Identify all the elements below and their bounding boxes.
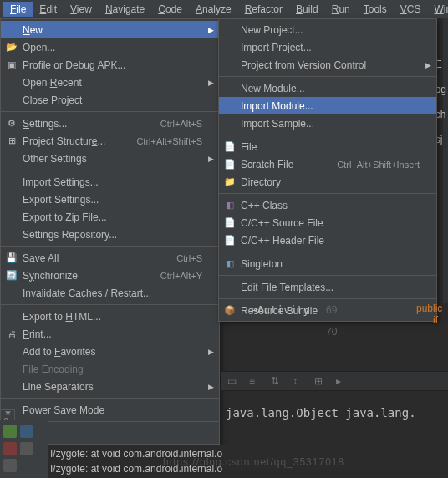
menu-item-label: File Encoding	[23, 364, 202, 375]
menubar-item-build[interactable]: Build	[289, 2, 325, 17]
menubar-item-refactor[interactable]: Refactor	[238, 2, 289, 17]
menu-item-label: Print...	[23, 328, 202, 340]
file-menu-item-power-save-mode[interactable]: Power Save Mode	[1, 401, 219, 419]
menu-item-label: Line Separators	[23, 381, 202, 393]
new-submenu-item-c-c-header-file[interactable]: 📄C/C++ Header File	[219, 231, 436, 249]
menu-item-icon: 📄	[222, 140, 237, 154]
editor-code[interactable]: public if	[416, 303, 442, 326]
menu-item-label: Power Save Mode	[23, 404, 202, 416]
menu-item-icon	[4, 193, 19, 206]
menubar-item-view[interactable]: View	[64, 2, 99, 17]
file-menu-item-synchronize[interactable]: 🔄SynchronizeCtrl+Alt+Y	[1, 267, 219, 284]
menu-item-label: Project Structure...	[23, 135, 136, 147]
menu-item-icon	[222, 41, 237, 54]
menu-item-label: Synchronize	[23, 270, 160, 282]
file-menu-item-settings-repository[interactable]: Settings Repository...	[1, 226, 219, 243]
toolbar-icon[interactable]: ▭	[227, 375, 239, 387]
menu-item-label: Import Settings...	[23, 176, 202, 188]
new-submenu-item-project-from-version-control[interactable]: Project from Version Control▶	[219, 56, 436, 74]
menubar-item-code[interactable]: Code	[151, 2, 189, 17]
file-menu-item-import-settings[interactable]: Import Settings...	[1, 173, 219, 191]
menu-separator	[219, 135, 436, 135]
new-submenu-item-import-module[interactable]: Import Module...	[219, 97, 436, 114]
console-overflow-line: java.lang.Object java.lang.	[226, 406, 448, 420]
toolbar-icon[interactable]: ⊞	[314, 375, 326, 387]
menu-item-icon	[4, 363, 19, 376]
tool-icon[interactable]	[3, 459, 17, 472]
menubar-item-file[interactable]: File	[3, 2, 33, 17]
toolbar-icon[interactable]: ⇅	[271, 375, 283, 387]
menubar-item-window[interactable]: Window	[427, 2, 448, 17]
watermark-text: https://blog.csdn.net/qq_35317018	[163, 456, 344, 468]
toolbar-icon[interactable]: ↕	[293, 375, 304, 387]
line-number: 69	[326, 299, 337, 321]
menu-separator	[219, 275, 436, 276]
file-menu-item-open-recent[interactable]: Open Recent▶	[1, 74, 219, 91]
new-submenu: New Project...Import Project...Project f…	[218, 18, 437, 322]
menu-item-icon	[4, 94, 19, 107]
editor-gutter: 69 70	[326, 299, 337, 343]
file-menu-item-export-to-zip-file[interactable]: Export to Zip File...	[1, 208, 219, 226]
new-submenu-item-singleton[interactable]: ◧Singleton	[219, 255, 436, 272]
new-submenu-item-new-module[interactable]: New Module...	[219, 79, 436, 97]
file-menu-item-open[interactable]: 📂Open...	[1, 38, 219, 56]
menu-separator	[1, 170, 219, 170]
menu-separator	[219, 252, 436, 252]
menu-item-label: Directory	[241, 176, 420, 188]
run-icon[interactable]	[3, 425, 17, 438]
file-menu-item-profile-or-debug-apk[interactable]: ▣Profile or Debug APK...	[1, 56, 219, 74]
submenu-arrow-icon: ▶	[208, 155, 214, 163]
menu-item-label: File	[241, 141, 420, 153]
file-menu-item-new[interactable]: New▶	[1, 21, 219, 38]
stop-icon[interactable]	[3, 442, 17, 455]
menubar-item-analyze[interactable]: Analyze	[189, 2, 238, 17]
menu-item-icon: ▣	[4, 58, 19, 72]
menu-separator	[1, 304, 219, 305]
menubar-item-vcs[interactable]: VCS	[394, 2, 428, 17]
tool-icon[interactable]	[20, 425, 33, 438]
menubar-item-edit[interactable]: Edit	[33, 2, 64, 17]
submenu-arrow-icon: ▶	[208, 26, 214, 34]
file-menu-item-print[interactable]: 🖨Print...	[1, 325, 219, 343]
file-menu-item-project-structure[interactable]: ⊞Project Structure...Ctrl+Alt+Shift+S	[1, 132, 219, 150]
new-submenu-item-import-sample[interactable]: Import Sample...	[219, 114, 436, 132]
editor-toolbar: ▭ ≡ ⇅ ↕ ⊞ ▸	[221, 371, 448, 391]
file-menu-item-add-to-favorites[interactable]: Add to Favorites▶	[1, 343, 219, 360]
menu-separator	[219, 193, 436, 194]
toolbar-icon[interactable]: ▸	[336, 375, 348, 387]
new-submenu-item-c-class[interactable]: ◧C++ Class	[219, 196, 436, 214]
menu-item-icon	[4, 380, 19, 394]
menu-separator	[1, 398, 219, 399]
menu-item-icon	[4, 23, 19, 37]
file-menu-item-invalidate-caches-restart[interactable]: Invalidate Caches / Restart...	[1, 284, 219, 302]
file-menu-item-export-settings[interactable]: Export Settings...	[1, 191, 219, 208]
new-submenu-item-new-project[interactable]: New Project...	[219, 21, 436, 38]
menu-item-label: New Module...	[241, 83, 420, 94]
file-menu-item-export-to-html[interactable]: Export to HTML...	[1, 308, 219, 325]
menubar-item-run[interactable]: Run	[325, 2, 357, 17]
menu-item-label: Settings...	[23, 118, 160, 130]
menu-item-label: C/C++ Header File	[241, 235, 420, 247]
file-menu-item-other-settings[interactable]: Other Settings▶	[1, 150, 219, 167]
new-submenu-item-c-c-source-file[interactable]: 📄C/C++ Source File	[219, 214, 436, 231]
new-submenu-item-scratch-file[interactable]: 📄Scratch FileCtrl+Alt+Shift+Insert	[219, 155, 436, 173]
menu-item-label: Profile or Debug APK...	[23, 59, 202, 71]
toolbar-icon[interactable]: ≡	[249, 375, 261, 387]
file-menu-item-close-project[interactable]: Close Project	[1, 91, 219, 109]
menubar-item-navigate[interactable]: Navigate	[99, 2, 151, 17]
menu-item-icon	[222, 117, 237, 130]
file-menu-item-save-all[interactable]: 💾Save AllCtrl+S	[1, 249, 219, 267]
menu-item-label: Export Settings...	[23, 194, 202, 206]
menubar-item-tools[interactable]: Tools	[357, 2, 394, 17]
menu-item-icon	[4, 211, 19, 224]
menu-item-label: New	[23, 24, 202, 36]
file-menu-item-line-separators[interactable]: Line Separators▶	[1, 378, 219, 395]
new-submenu-item-edit-file-templates[interactable]: Edit File Templates...	[219, 278, 436, 296]
tool-icon[interactable]	[20, 442, 33, 455]
menu-item-icon: 🖨	[4, 328, 19, 341]
new-submenu-item-directory[interactable]: 📁Directory	[219, 173, 436, 191]
new-submenu-item-import-project[interactable]: Import Project...	[219, 38, 436, 56]
new-submenu-item-file[interactable]: 📄File	[219, 138, 436, 155]
menu-item-label: Other Settings	[23, 153, 202, 165]
file-menu-item-settings[interactable]: ⚙Settings...Ctrl+Alt+S	[1, 114, 219, 132]
